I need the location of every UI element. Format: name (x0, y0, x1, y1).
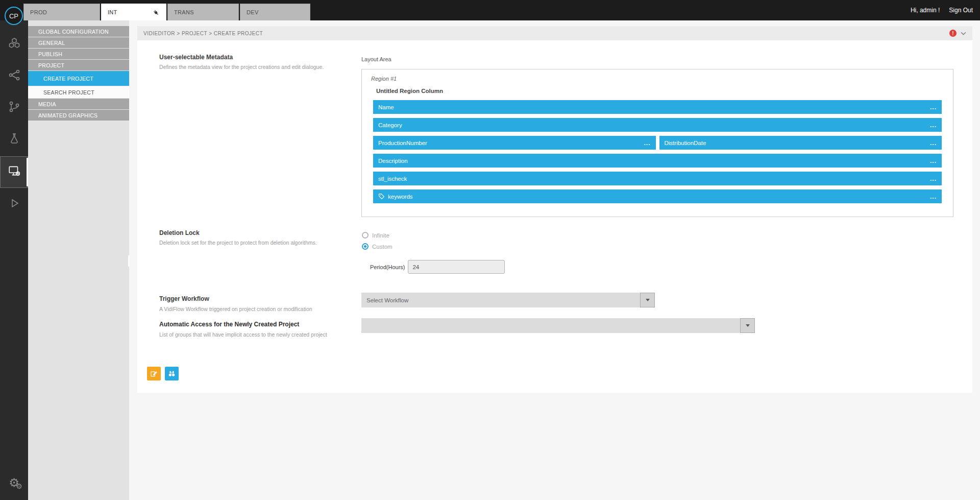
layout-area: Region #1 Untitled Region Column Name ..… (361, 69, 953, 217)
field-row: Category ... (373, 118, 942, 132)
field-menu-icon[interactable]: ... (930, 104, 937, 111)
edit-button[interactable] (147, 367, 161, 380)
radio-circle-icon[interactable] (362, 232, 369, 239)
trigger-workflow-description: A VidiFlow Workflow triggered on project… (159, 306, 312, 312)
dropdown-arrow-button[interactable] (740, 318, 755, 333)
tab-prod[interactable]: PROD (23, 4, 100, 20)
region-title: Region #1 (371, 76, 397, 82)
rail-item-settings[interactable]: ⚙⚙ (0, 468, 28, 497)
tab-int[interactable]: INT (101, 4, 166, 20)
network-icon (8, 69, 20, 83)
chevron-down-icon[interactable] (961, 31, 966, 36)
rail-item-player[interactable] (0, 190, 28, 219)
radio-infinite[interactable]: Infinite (362, 232, 389, 239)
monitor-gear-icon (8, 164, 21, 180)
environment-tabs: PROD INT TRANS DEV (23, 4, 310, 20)
radio-label[interactable]: Custom (372, 244, 393, 250)
plug-icon (152, 9, 160, 16)
automatic-access-description: List of groups that will have implicit a… (159, 331, 327, 338)
rail-item-flask[interactable] (0, 125, 28, 154)
config-sidebar: GLOBAL CONFIGURATION GENERAL PUBLISH PRO… (28, 20, 129, 500)
field-label: ProductionNumber (378, 140, 427, 146)
field-menu-icon[interactable]: ... (930, 175, 937, 182)
deletion-lock-title: Deletion Lock (159, 229, 200, 236)
breadcrumb-bar: VIDIEDITOR > PROJECT > CREATE PROJECT ! (137, 26, 972, 40)
rail-item-cubes[interactable] (0, 30, 28, 58)
sidebar-item-search-project[interactable]: SEARCH PROJECT (28, 86, 129, 98)
field-menu-icon[interactable]: ... (930, 193, 937, 200)
tab-dev[interactable]: DEV (240, 4, 310, 20)
field-label: Description (378, 158, 408, 164)
sign-out-link[interactable]: Sign Out (949, 7, 973, 14)
play-icon (8, 197, 20, 211)
radio-custom[interactable]: Custom (362, 243, 393, 250)
tag-icon (378, 193, 385, 200)
metadata-field-name[interactable]: Name ... (373, 100, 942, 114)
module-rail: ⚙⚙ (0, 20, 28, 500)
period-row: Period(Hours) (370, 260, 505, 274)
caret-down-icon (746, 324, 750, 327)
sidebar-item-animated-graphics[interactable]: ANIMATED GRAPHICS (28, 110, 129, 121)
rail-item-config-portal[interactable] (0, 156, 28, 188)
create-project-form: User-selectable Metadata Defines the met… (137, 40, 972, 393)
branch-icon (8, 101, 20, 115)
automatic-access-title: Automatic Access for the Newly Created P… (159, 321, 299, 328)
tab-label: INT (108, 9, 117, 15)
field-row: Description ... (373, 154, 942, 168)
radio-label[interactable]: Infinite (372, 232, 389, 239)
workflow-select-value: Select Workflow (366, 297, 408, 303)
tab-label: PROD (30, 9, 47, 15)
metadata-field-description[interactable]: Description ... (373, 154, 942, 168)
sidebar-resize-handle[interactable] (128, 255, 130, 267)
access-groups-select[interactable] (361, 318, 755, 333)
app-logo: CP (5, 7, 23, 25)
metadata-field-stl-ischeck[interactable]: stl_ischeck ... (373, 172, 942, 185)
field-label: DistributionDate (665, 140, 706, 146)
tab-label: TRANS (174, 9, 194, 15)
field-menu-icon[interactable]: ... (930, 122, 937, 129)
sidebar-item-create-project[interactable]: CREATE PROJECT (28, 71, 129, 86)
metadata-section-description: Defines the metadata view for the projec… (159, 64, 324, 70)
sidebar-item-project[interactable]: PROJECT (28, 60, 129, 70)
metadata-field-category[interactable]: Category ... (373, 118, 942, 132)
find-button[interactable] (165, 367, 179, 380)
metadata-field-productionnumber[interactable]: ProductionNumber ... (373, 136, 656, 150)
period-hours-label: Period(Hours) (370, 264, 405, 270)
field-label: stl_ischeck (378, 176, 407, 182)
radio-circle-icon[interactable] (362, 243, 369, 250)
field-label: keywords (388, 194, 413, 200)
sidebar-item-general[interactable]: GENERAL (28, 37, 129, 48)
main-area: VIDIEDITOR > PROJECT > CREATE PROJECT ! … (129, 20, 980, 500)
deletion-lock-description: Deletion lock set for the project to pro… (159, 240, 317, 246)
metadata-section-title: User-selectable Metadata (159, 54, 233, 61)
region-column-title: Untitled Region Column (376, 88, 443, 94)
sidebar-item-media[interactable]: MEDIA (28, 99, 129, 109)
edit-pencil-icon (150, 370, 158, 377)
workflow-select[interactable]: Select Workflow (361, 293, 655, 307)
field-row: ProductionNumber ... DistributionDate ..… (373, 136, 942, 150)
cubes-icon (8, 37, 20, 51)
metadata-field-distributiondate[interactable]: DistributionDate ... (659, 136, 942, 150)
rail-item-network[interactable] (0, 62, 28, 90)
rail-item-branch[interactable] (0, 93, 28, 122)
field-row: keywords ... (373, 189, 942, 203)
tab-trans[interactable]: TRANS (167, 4, 239, 20)
field-menu-icon[interactable]: ... (930, 157, 937, 164)
dropdown-arrow-button[interactable] (640, 293, 655, 307)
metadata-field-list: Name ... Category ... ProductionNumber .… (373, 100, 942, 207)
user-greeting: Hi, admin ! (911, 7, 940, 14)
metadata-field-keywords[interactable]: keywords ... (373, 189, 942, 203)
period-hours-input[interactable] (408, 260, 505, 274)
sidebar-item-publish[interactable]: PUBLISH (28, 49, 129, 59)
sidebar-item-global-configuration[interactable]: GLOBAL CONFIGURATION (28, 26, 129, 37)
field-row: stl_ischeck ... (373, 172, 942, 185)
gears-icon: ⚙⚙ (9, 477, 19, 489)
binoculars-icon (168, 370, 176, 377)
field-menu-icon[interactable]: ... (644, 139, 650, 147)
flask-icon (8, 132, 20, 147)
top-bar: PROD INT TRANS DEV Hi, admin ! Sign Out (0, 0, 980, 20)
error-icon[interactable]: ! (949, 30, 957, 37)
breadcrumb: VIDIEDITOR > PROJECT > CREATE PROJECT (143, 31, 263, 36)
field-menu-icon[interactable]: ... (930, 139, 937, 147)
caret-down-icon (646, 299, 650, 301)
